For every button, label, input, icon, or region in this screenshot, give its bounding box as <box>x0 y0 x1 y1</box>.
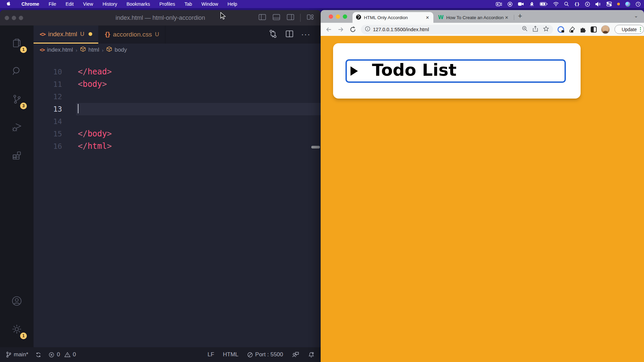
new-tab-button[interactable]: + <box>518 12 522 20</box>
camera-icon[interactable] <box>496 1 502 7</box>
tab-how-to-create-accordion[interactable]: W How To Create an Accordion ✕ <box>436 12 511 23</box>
share-icon[interactable] <box>533 26 538 33</box>
close-tab-icon[interactable]: ✕ <box>425 15 430 20</box>
close-tab-icon[interactable]: ✕ <box>504 15 509 20</box>
browser-menu-dots-icon[interactable] <box>640 27 641 32</box>
record-circle-icon[interactable] <box>507 1 513 7</box>
code-line-current: 13 <box>34 103 321 115</box>
forward-button[interactable] <box>337 26 344 33</box>
videocam-icon[interactable] <box>518 1 524 7</box>
customize-layout-icon[interactable] <box>306 13 315 23</box>
line-number: 10 <box>34 66 76 78</box>
scrollbar-thumb[interactable] <box>311 146 320 148</box>
wifi-icon[interactable] <box>553 1 559 7</box>
feedback-icon[interactable] <box>292 351 299 358</box>
chrome-tabstrip: HTML Only Accordion ✕ W How To Create an… <box>321 10 644 23</box>
menu-history[interactable]: History <box>103 1 117 7</box>
tab-search-chevron-icon[interactable]: ⌄ <box>634 13 638 19</box>
menu-bookmarks[interactable]: Bookmarks <box>126 1 150 7</box>
problems-item[interactable]: 0 0 <box>49 351 76 358</box>
apple-menu-icon[interactable] <box>7 1 11 7</box>
language-mode[interactable]: HTML <box>223 351 238 358</box>
git-branch-item[interactable]: main* <box>6 351 28 358</box>
breadcrumb-html[interactable]: html <box>89 47 99 53</box>
split-editor-icon[interactable] <box>285 29 294 40</box>
branch-name: main* <box>14 351 28 358</box>
menu-view[interactable]: View <box>83 1 93 7</box>
menu-window[interactable]: Window <box>202 1 218 7</box>
tab-divider <box>514 15 514 20</box>
tab-title: How To Create an Accordion <box>446 15 504 20</box>
unsaved-dot-icon[interactable] <box>89 32 92 36</box>
rocket-icon[interactable] <box>529 1 534 7</box>
toggle-sidebar-icon[interactable] <box>258 13 267 23</box>
zoom-window-button[interactable] <box>19 16 23 20</box>
menu-profiles[interactable]: Profiles <box>159 1 175 7</box>
volume-icon[interactable] <box>595 1 601 7</box>
vscode-traffic-lights <box>5 16 23 20</box>
menu-edit[interactable]: Edit <box>65 1 73 7</box>
code-text <box>76 90 321 103</box>
close-window-button[interactable] <box>329 14 333 19</box>
update-label: Update <box>622 27 637 32</box>
line-number: 15 <box>34 128 76 140</box>
zoom-window-button[interactable] <box>343 14 347 19</box>
dark-mode-extension-icon[interactable] <box>591 26 597 33</box>
eol-indicator[interactable]: LF <box>208 351 214 358</box>
tab-html-only-accordion[interactable]: HTML Only Accordion ✕ <box>353 12 433 23</box>
menu-tab[interactable]: Tab <box>184 1 192 7</box>
update-chrome-button[interactable]: Update <box>614 25 644 34</box>
privacy-extension-icon[interactable] <box>557 26 564 33</box>
menu-file[interactable]: File <box>49 1 56 7</box>
play-circle-icon[interactable] <box>585 1 590 7</box>
explorer-icon[interactable]: 1 <box>7 34 26 52</box>
breadcrumb-body[interactable]: body <box>115 47 127 53</box>
run-debug-icon[interactable] <box>7 118 26 137</box>
eyedropper-extension-icon[interactable] <box>569 26 575 33</box>
breadcrumb-chevron: › <box>102 47 104 53</box>
site-info-icon[interactable] <box>365 26 370 33</box>
address-bar[interactable]: 127.0.0.1:5500/index.html <box>361 25 553 34</box>
liveserver-port-item[interactable]: Port : 5500 <box>247 351 283 358</box>
back-button[interactable] <box>325 26 332 33</box>
tab-accordion-css[interactable]: {} accordion.css U <box>98 25 165 44</box>
open-changes-icon[interactable] <box>268 29 278 40</box>
breadcrumb-file[interactable]: index.html <box>47 47 73 53</box>
tab-index-html[interactable]: <> index.html U <box>34 25 98 44</box>
source-control-icon[interactable]: 3 <box>7 90 26 109</box>
code-editor[interactable]: 10 </head> 11 <body> 12 13 14 <box>34 56 321 347</box>
search-icon[interactable] <box>7 62 26 80</box>
siri-icon[interactable] <box>625 2 630 7</box>
branch-icon <box>6 352 11 358</box>
close-window-button[interactable] <box>5 16 9 20</box>
todo-accordion-summary[interactable]: Todo List <box>345 59 566 83</box>
code-line: 12 <box>34 90 321 103</box>
page-content: Todo List <box>321 36 644 362</box>
minimize-window-button[interactable] <box>12 16 16 20</box>
control-center-icon[interactable] <box>606 1 612 7</box>
toggle-panel-icon[interactable] <box>272 13 281 23</box>
bookmark-star-icon[interactable] <box>543 26 549 33</box>
accounts-icon[interactable] <box>7 292 26 310</box>
settings-gear-icon[interactable]: 1 <box>7 320 26 339</box>
toggle-secondary-sidebar-icon[interactable] <box>286 13 295 23</box>
notifications-bell-icon[interactable] <box>308 351 315 358</box>
extensions-puzzle-icon[interactable] <box>580 26 586 33</box>
menu-chrome[interactable]: Chrome <box>21 1 39 7</box>
more-actions-icon[interactable]: ··· <box>301 30 311 39</box>
zoom-icon[interactable] <box>522 26 528 33</box>
braces-icon[interactable]: {} <box>574 1 580 7</box>
sync-item[interactable] <box>36 352 41 358</box>
extensions-icon[interactable] <box>7 146 26 165</box>
reload-button[interactable] <box>350 26 356 33</box>
port-label: Port : 5500 <box>255 351 283 358</box>
menubar-status-icons: {} <box>496 1 641 7</box>
menu-help[interactable]: Help <box>227 1 237 7</box>
battery-icon[interactable] <box>540 1 548 7</box>
spotlight-icon[interactable] <box>564 1 569 7</box>
port-icon <box>247 352 253 358</box>
clock-icon[interactable] <box>636 1 641 7</box>
url-text[interactable]: 127.0.0.1:5500/index.html <box>373 27 522 32</box>
minimize-window-button[interactable] <box>336 14 340 19</box>
profile-avatar[interactable] <box>601 25 610 34</box>
